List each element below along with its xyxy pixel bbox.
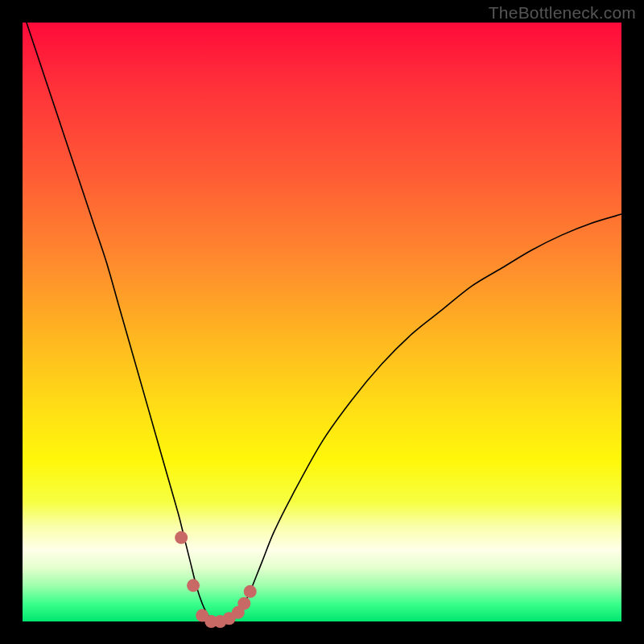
watermark-text: TheBottleneck.com <box>489 3 636 23</box>
chart-container: TheBottleneck.com <box>0 0 644 644</box>
curve-marker <box>244 585 257 598</box>
curve-marker <box>187 579 200 592</box>
plot-background <box>23 23 621 621</box>
curve-marker <box>175 531 188 544</box>
curve-markers <box>175 531 257 628</box>
curve-marker <box>237 597 250 610</box>
bottleneck-curve <box>23 10 621 621</box>
curve-layer <box>23 23 621 621</box>
